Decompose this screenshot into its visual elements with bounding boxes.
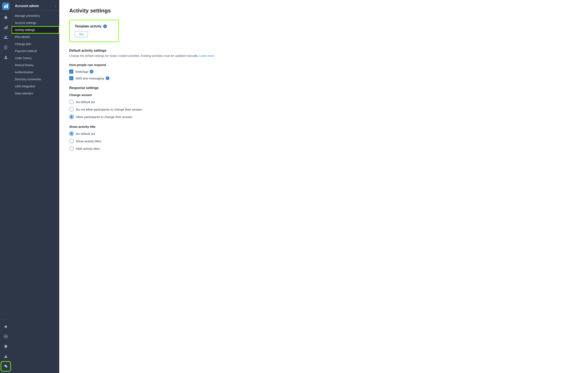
settings-icon[interactable] — [2, 362, 10, 371]
rail-divider — [2, 320, 9, 320]
show-activity-title-section: Show activity title No default set Show … — [69, 125, 578, 151]
change-answer-radio-0[interactable] — [69, 99, 74, 104]
icon-rail — [0, 0, 12, 373]
sidebar-item-lms-integration[interactable]: LMS integration — [12, 83, 59, 90]
change-answer-label-2: Allow participants to change their answe… — [76, 115, 132, 119]
show-title-option-1: Show activity titles — [69, 139, 578, 143]
show-title-radio-1[interactable] — [69, 139, 74, 143]
sidebar-title: Account admin — [15, 4, 39, 8]
show-title-option-0: No default set — [69, 131, 578, 136]
svg-rect-3 — [4, 27, 5, 29]
sidebar-item-account-settings[interactable]: Account settings — [12, 19, 59, 26]
change-answer-radio-1[interactable] — [69, 107, 74, 112]
change-answer-label-0: No default set — [76, 100, 95, 104]
sidebar-item-data-retention[interactable]: Data retention — [12, 90, 59, 97]
sidebar-header: Account admin ‹ — [12, 0, 59, 11]
template-activity-card: Template activity i Set — [69, 20, 119, 42]
change-answer-title: Change answer — [69, 93, 578, 97]
change-answer-option-0: No default set — [69, 99, 578, 104]
sidebar-item-directory-connection[interactable]: Directory connection — [12, 76, 59, 83]
sms-checkbox-row: ✓ SMS text messaging i — [69, 76, 578, 80]
webapp-label: Web/App — [75, 70, 88, 73]
profile-icon[interactable] — [2, 352, 10, 361]
show-title-radio-inner-0 — [70, 132, 73, 135]
svg-rect-2 — [7, 4, 8, 8]
notifications-icon[interactable] — [2, 342, 10, 351]
sidebar-collapse-icon[interactable]: ‹ — [55, 4, 56, 8]
app-logo[interactable] — [2, 2, 10, 10]
sidebar-item-plan-details[interactable]: Plan details — [12, 33, 59, 41]
svg-point-13 — [5, 56, 7, 57]
sidebar-item-payment-method[interactable]: Payment method — [12, 47, 59, 55]
clipboard-icon[interactable] — [2, 43, 10, 51]
change-answer-radio-inner-2 — [70, 116, 73, 118]
svg-rect-1 — [5, 5, 6, 8]
default-activity-settings-section: Default activity settings Change the def… — [69, 49, 578, 58]
svg-rect-5 — [7, 26, 8, 29]
main-content: Activity settings Template activity i Se… — [59, 0, 588, 373]
svg-rect-0 — [4, 6, 5, 8]
sms-checkbox[interactable]: ✓ — [69, 76, 73, 80]
template-info-icon[interactable]: i — [103, 24, 107, 28]
sidebar-nav: Manage presenters Account settings Activ… — [12, 11, 59, 99]
sidebar-item-activity-settings[interactable]: Activity settings — [12, 26, 59, 33]
learn-more-link[interactable]: Learn more — [199, 54, 214, 57]
how-people-respond-title: How people can respond — [69, 63, 578, 66]
change-answer-option-2: Allow participants to change their answe… — [69, 114, 578, 119]
default-settings-desc: Change the default settings for newly cr… — [69, 54, 578, 58]
change-answer-label-1: Do not allow participants to change thei… — [76, 108, 142, 111]
show-title-radio-0[interactable] — [69, 131, 74, 136]
change-answer-radio-2[interactable] — [69, 114, 74, 119]
sidebar-item-manage-presenters[interactable]: Manage presenters — [12, 12, 59, 19]
default-settings-title: Default activity settings — [69, 49, 578, 53]
sidebar-item-order-history[interactable]: Order history — [12, 55, 59, 62]
template-card-title: Template activity i — [75, 24, 113, 28]
show-activity-title-heading: Show activity title — [69, 125, 578, 128]
show-title-label-0: No default set — [76, 132, 95, 135]
webapp-checkbox[interactable]: ✓ — [69, 69, 73, 74]
response-settings-title: Response settings — [69, 86, 578, 90]
svg-rect-9 — [5, 45, 6, 46]
participants-icon[interactable] — [2, 33, 10, 42]
sms-label: SMS text messaging — [75, 77, 104, 80]
set-button[interactable]: Set — [75, 31, 88, 37]
show-title-option-2: Hide activity titles — [69, 146, 578, 151]
response-settings-section: Response settings Change answer No defau… — [69, 86, 578, 151]
users-icon[interactable] — [2, 53, 10, 61]
change-answer-section: Change answer No default set Do not allo… — [69, 93, 578, 119]
support-icon[interactable] — [2, 332, 10, 341]
svg-point-16 — [5, 336, 6, 337]
change-answer-option-1: Do not allow participants to change thei… — [69, 107, 578, 112]
svg-marker-14 — [4, 325, 8, 328]
page-title: Activity settings — [69, 8, 578, 14]
sidebar: Account admin ‹ Manage presenters Accoun… — [12, 0, 59, 373]
sms-info-icon[interactable]: i — [106, 76, 109, 80]
template-card-title-text: Template activity — [75, 24, 102, 28]
show-title-radio-2[interactable] — [69, 146, 74, 151]
webapp-checkbox-row: ✓ Web/App i — [69, 69, 578, 74]
sidebar-item-change-plan[interactable]: Change plan — [12, 41, 59, 47]
show-title-label-1: Show activity titles — [76, 139, 101, 143]
how-people-respond-section: How people can respond ✓ Web/App i ✓ SMS… — [69, 63, 578, 80]
analytics-icon[interactable] — [2, 23, 10, 32]
svg-rect-4 — [5, 27, 6, 29]
svg-point-6 — [5, 36, 6, 37]
svg-point-7 — [6, 36, 7, 37]
show-title-label-2: Hide activity titles — [76, 147, 100, 150]
sidebar-item-authentication[interactable]: Authentication — [12, 69, 59, 76]
premium-icon[interactable] — [2, 322, 10, 331]
webapp-info-icon[interactable]: i — [90, 70, 94, 73]
home-icon[interactable] — [2, 13, 10, 22]
sidebar-item-refund-history[interactable]: Refund history — [12, 62, 59, 69]
